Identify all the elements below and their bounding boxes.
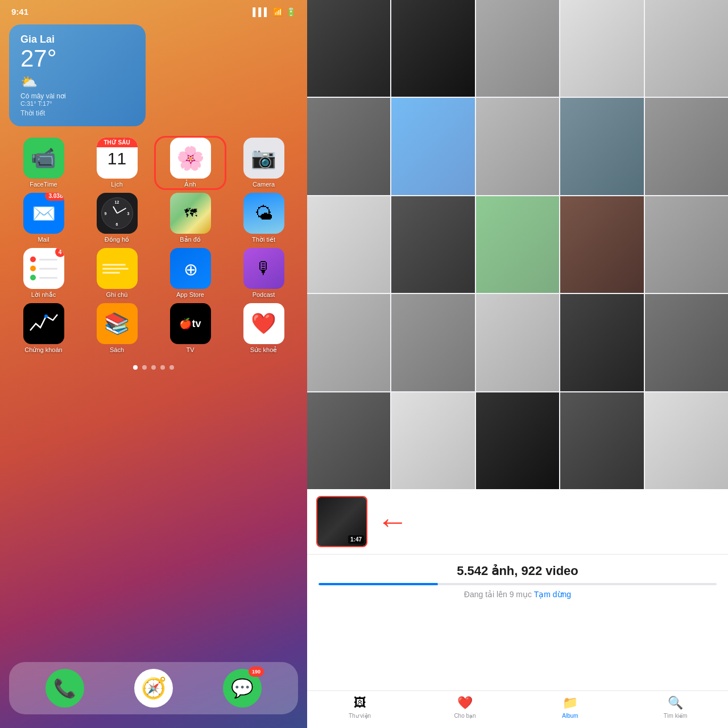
app-camera[interactable]: 📷 Camera	[229, 138, 298, 188]
weather-widget[interactable]: Gia Lai 27° ⛅ Có mây vài nơi C:31° T:17°…	[9, 24, 146, 126]
app-weather[interactable]: 🌤 Thời tiết	[229, 193, 298, 243]
photo-mosaic	[307, 0, 728, 489]
app-books-label: Sách	[110, 346, 124, 353]
wifi-icon: 📶	[273, 7, 283, 16]
video-duration: 1:47	[348, 535, 364, 544]
dock-safari[interactable]: 🧭	[134, 669, 173, 708]
tab-search[interactable]: 🔍 Tìm kiếm	[623, 696, 728, 719]
video-thumbnail[interactable]: 1:47	[316, 496, 367, 547]
tab-album[interactable]: 📁 Album	[518, 696, 623, 719]
dock: 📞 🧭 💬 190	[9, 662, 298, 714]
app-stocks[interactable]: Chứng khoán	[9, 303, 78, 354]
album-icon: 📁	[562, 696, 578, 710]
upload-status: Đang tải lên 9 mục Tạm dừng	[318, 590, 717, 599]
widget-condition: Có mây vài nơi	[20, 92, 134, 100]
app-podcast-label: Podcast	[253, 291, 275, 298]
left-panel: 9:41 ▌▌▌ 📶 🔋 Gia Lai 27° ⛅ Có mây vài nơ…	[0, 0, 307, 728]
tab-library[interactable]: 🖼 Thư viện	[307, 696, 412, 719]
photo-cell-1	[307, 0, 390, 97]
app-facetime[interactable]: 📹 FaceTime	[9, 138, 78, 188]
tab-library-label: Thư viện	[349, 713, 371, 719]
photo-cell-17	[391, 294, 474, 391]
app-notes-label: Ghi chú	[106, 291, 128, 298]
messages-badge: 190	[249, 667, 264, 677]
dot-1	[133, 365, 138, 370]
video-thumb-inner: 1:47	[317, 497, 366, 546]
app-appstore[interactable]: ⊕ App Store	[156, 248, 225, 299]
photo-cell-7	[391, 98, 474, 195]
photo-cell-14	[560, 196, 643, 293]
cal-date: 11	[107, 148, 126, 169]
tab-search-label: Tìm kiếm	[664, 713, 688, 719]
app-clock-label: Đồng hồ	[105, 236, 129, 243]
app-notes[interactable]: Ghi chú	[82, 248, 151, 299]
signal-icon: ▌▌▌	[253, 7, 270, 16]
status-bar: 9:41 ▌▌▌ 📶 🔋	[0, 0, 307, 20]
search-icon: 🔍	[668, 696, 683, 710]
app-calendar-label: Lịch	[111, 181, 123, 188]
svg-text:⊕: ⊕	[183, 260, 197, 279]
battery-icon: 🔋	[286, 7, 296, 16]
page-dots	[0, 365, 307, 370]
pause-button[interactable]: Tạm dừng	[534, 590, 571, 599]
app-books[interactable]: 📚 Sách	[82, 303, 151, 354]
app-health[interactable]: ❤️ Sức khoẻ	[229, 303, 298, 354]
app-photos[interactable]: 🌸 Ảnh	[156, 138, 225, 188]
app-mail[interactable]: ✉️ 3.038 Mail	[9, 193, 78, 243]
photo-cell-5	[645, 0, 728, 97]
dot-3	[151, 365, 156, 370]
widget-label: Thời tiết	[20, 109, 134, 117]
dot-5	[169, 365, 174, 370]
app-reminders-label: Lời nhắc	[31, 291, 56, 299]
phone-icon-bg: 📞	[46, 669, 84, 708]
info-area: 5.542 ảnh, 922 video Đang tải lên 9 mục …	[307, 555, 728, 608]
dock-messages[interactable]: 💬 190	[223, 669, 262, 708]
app-weather-label: Thời tiết	[252, 236, 275, 243]
photo-cell-3	[476, 0, 559, 97]
messages-icon-bg: 💬 190	[223, 669, 262, 708]
app-calendar[interactable]: THỨ SÁU 11 Lịch	[82, 138, 151, 188]
library-icon: 🖼	[354, 696, 366, 710]
app-reminders[interactable]: 4 Lời nhắc	[9, 248, 78, 299]
app-photos-label: Ảnh	[184, 181, 196, 188]
tab-for-you-label: Cho bạn	[454, 713, 475, 719]
tab-bar: 🖼 Thư viện ❤️ Cho bạn 📁 Album 🔍 Tìm kiếm	[307, 690, 728, 728]
status-time: 9:41	[11, 7, 28, 16]
photo-cell-20	[645, 294, 728, 391]
photo-cell-8	[476, 98, 559, 195]
cal-day: THỨ SÁU	[97, 138, 138, 147]
photo-cell-12	[391, 196, 474, 293]
photo-cell-11	[307, 196, 390, 293]
app-podcast[interactable]: 🎙 Podcast	[229, 248, 298, 299]
photo-count: 5.542 ảnh, 922 video	[318, 564, 717, 578]
dot-2	[142, 365, 147, 370]
tab-album-label: Album	[562, 713, 578, 719]
widget-range: C:31° T:17°	[20, 100, 134, 107]
photo-cell-9	[560, 98, 643, 195]
mail-badge: 3.038	[45, 193, 64, 201]
photo-grid-area	[307, 0, 728, 489]
photo-cell-13	[476, 196, 559, 293]
app-stocks-label: Chứng khoán	[24, 346, 62, 354]
app-clock[interactable]: 12 3 6 9 Đồng hồ	[82, 193, 151, 243]
dock-phone[interactable]: 📞	[46, 669, 84, 708]
safari-icon-bg: 🧭	[134, 669, 173, 708]
photo-cell-21	[307, 392, 390, 489]
photo-cell-18	[476, 294, 559, 391]
widget-city: Gia Lai	[20, 34, 134, 46]
photo-cell-24	[560, 392, 643, 489]
photo-cell-16	[307, 294, 390, 391]
status-icons: ▌▌▌ 📶 🔋	[253, 7, 296, 16]
tab-for-you[interactable]: ❤️ Cho bạn	[412, 696, 518, 719]
video-row: 1:47 ←	[307, 489, 728, 555]
app-facetime-label: FaceTime	[30, 181, 57, 188]
app-tv-label: TV	[186, 346, 194, 353]
widget-temp: 27°	[20, 46, 134, 72]
app-mail-label: Mail	[38, 236, 49, 243]
app-maps[interactable]: 🗺 Bản đồ	[156, 193, 225, 243]
photo-cell-25	[645, 392, 728, 489]
app-tv[interactable]: 🍎tv TV	[156, 303, 225, 354]
app-appstore-label: App Store	[176, 291, 204, 298]
stocks-chart-icon	[28, 308, 60, 340]
widget-area: Gia Lai 27° ⛅ Có mây vài nơi C:31° T:17°…	[0, 20, 307, 126]
